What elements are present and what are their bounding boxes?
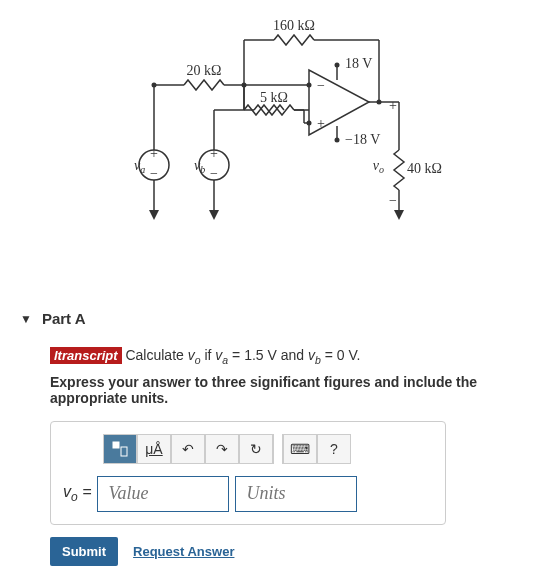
request-answer-link[interactable]: Request Answer xyxy=(133,544,234,559)
vpos-label: 18 V xyxy=(345,56,372,71)
svg-point-14 xyxy=(307,83,312,88)
toolbar: μÅ ↶ ↷ ↻ ⌨ ? xyxy=(103,434,433,464)
va-label: va xyxy=(134,158,145,175)
units-input[interactable] xyxy=(235,476,357,512)
svg-rect-46 xyxy=(121,447,127,456)
svg-marker-43 xyxy=(394,210,404,220)
svg-point-44 xyxy=(152,83,157,88)
undo-button[interactable]: ↶ xyxy=(171,434,205,464)
caret-down-icon: ▼ xyxy=(20,312,32,326)
svg-point-27 xyxy=(377,100,382,105)
svg-text:−: − xyxy=(150,166,158,181)
value-input[interactable] xyxy=(97,476,229,512)
transcript-tag: ltranscript xyxy=(50,347,122,364)
svg-text:+: + xyxy=(317,116,325,131)
circuit-diagram: .wire { stroke: #333; stroke-width: 1.5;… xyxy=(10,10,548,270)
part-header[interactable]: ▼ Part A xyxy=(10,310,548,327)
vb-label: vb xyxy=(194,158,205,175)
vo-equals-label: vo = xyxy=(63,483,91,504)
templates-button[interactable] xyxy=(103,434,137,464)
redo-button[interactable]: ↷ xyxy=(205,434,239,464)
submit-button[interactable]: Submit xyxy=(50,537,118,566)
r2-label: 20 kΩ xyxy=(187,63,222,78)
r1-label: 160 kΩ xyxy=(273,18,315,33)
svg-rect-45 xyxy=(113,442,119,448)
svg-marker-42 xyxy=(209,210,219,220)
svg-point-22 xyxy=(335,63,340,68)
svg-text:−: − xyxy=(210,166,218,181)
question-prompt: ltranscript Calculate vo if va = 1.5 V a… xyxy=(50,347,548,366)
part-label: Part A xyxy=(42,310,86,327)
reset-button[interactable]: ↻ xyxy=(239,434,273,464)
svg-marker-41 xyxy=(149,210,159,220)
keyboard-button[interactable]: ⌨ xyxy=(283,434,317,464)
answer-box: μÅ ↶ ↷ ↻ ⌨ ? vo = xyxy=(50,421,446,525)
svg-text:+: + xyxy=(150,146,158,161)
vo-label: vo xyxy=(373,158,384,175)
special-chars-button[interactable]: μÅ xyxy=(137,434,171,464)
svg-point-24 xyxy=(335,138,340,143)
svg-text:−: − xyxy=(317,78,325,93)
svg-text:+: + xyxy=(389,98,397,113)
r3-label: 5 kΩ xyxy=(260,90,288,105)
instruction-text: Express your answer to three significant… xyxy=(50,374,548,406)
r4-label: 40 kΩ xyxy=(407,161,442,176)
help-button[interactable]: ? xyxy=(317,434,351,464)
svg-text:+: + xyxy=(210,146,218,161)
svg-text:−: − xyxy=(389,193,397,208)
vneg-label: −18 V xyxy=(345,132,380,147)
